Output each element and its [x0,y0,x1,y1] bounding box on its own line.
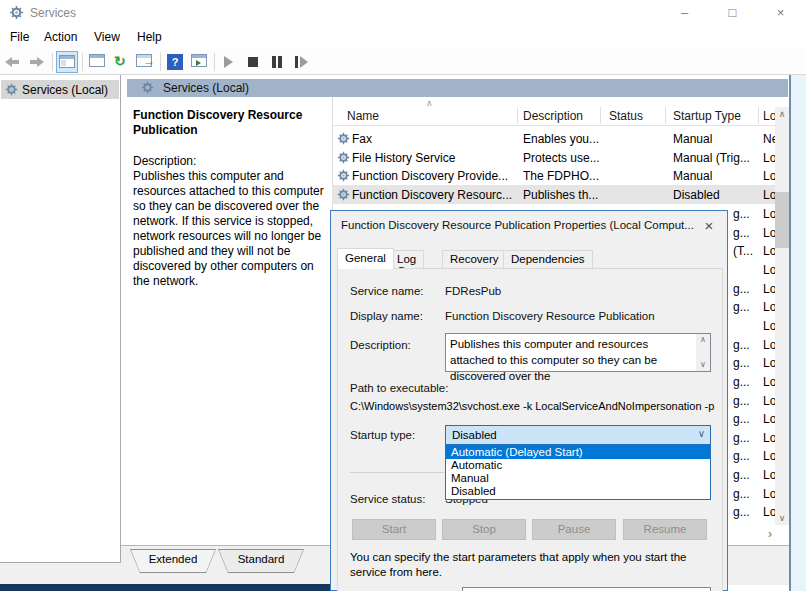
service-gear-icon [337,169,350,182]
menu-help[interactable]: Help [133,28,166,48]
scroll-right-icon[interactable]: › [762,527,778,542]
tree-item-services-local[interactable]: Services (Local) [1,80,119,99]
general-tab-page: Service name: FDResPub Display name: Fun… [337,268,723,591]
properties-icon [89,54,105,67]
dropdown-option[interactable]: Automatic (Delayed Start) [446,446,710,459]
cell-startup-tail: (T... [733,244,753,258]
stop-service-icon [248,57,258,67]
extended-service-title: Function Discovery Resource Publication [133,108,327,138]
column-header-name[interactable]: Name [347,109,379,123]
cell-startup-tail: g... [733,338,750,352]
scrollbar-thumb[interactable] [775,192,789,248]
tab-log-on[interactable]: Log On [389,250,424,269]
tab-dependencies[interactable]: Dependencies [503,250,593,269]
minimize-button[interactable]: – [662,0,707,26]
description-text: Publishes this computer and resources at… [450,336,690,384]
startup-type-combobox[interactable]: Disabled ∨ [445,425,711,445]
pause-service-button[interactable] [266,51,288,73]
display-name-label: Display name: [350,310,423,322]
dropdown-option[interactable]: Manual [446,472,710,485]
cell-log: Loc [763,188,775,202]
tree-item-label: Services (Local) [22,83,108,97]
cell-startup-tail: g... [733,282,750,296]
cell-startup-tail: g... [733,394,750,408]
column-header-description[interactable]: Description [523,109,583,123]
help-button[interactable]: ? [164,51,186,73]
cell-startup: Disabled [673,188,757,202]
description-label: Description: [350,339,411,351]
pane-header-label: Services (Local) [163,81,249,95]
cell-desc: Protects use... [523,151,607,165]
description-textarea[interactable]: Publishes this computer and resources at… [445,333,711,372]
maximize-button[interactable]: □ [710,0,755,26]
cell-name: Function Discovery Provide... [352,169,516,183]
menu-file[interactable]: File [6,28,33,48]
dialog-title: Function Discovery Resource Publication … [341,219,709,231]
cell-desc: Enables you... [523,132,607,146]
forward-button[interactable] [27,51,49,73]
pause-service-icon-bar2 [278,56,282,68]
resume-button[interactable]: Resume [623,519,707,540]
desc-scroll-up-icon[interactable]: ∧ [696,334,710,346]
restart-service-button[interactable] [290,51,312,73]
tab-recovery[interactable]: Recovery [442,250,507,269]
service-gear-icon [337,151,350,164]
stop-button[interactable]: Stop [442,519,526,540]
services-window: Services – □ × File Action View Help [0,0,806,591]
properties-button[interactable] [86,51,108,73]
table-row[interactable]: Function Discovery Provide...The FDPHO..… [332,166,775,185]
cell-startup-tail: g... [733,431,750,445]
column-header-startup-type[interactable]: Startup Type [673,109,741,123]
close-button[interactable]: × [758,0,803,26]
menu-view[interactable]: View [90,28,124,48]
cell-log: Loc [763,151,775,165]
scroll-up-icon[interactable]: ∧ [775,107,789,121]
cell-startup: Manual (Trig... [673,151,757,165]
cell-startup-tail: g... [733,207,750,221]
tab-standard[interactable]: Standard [218,549,304,573]
dialog-close-icon[interactable]: × [699,216,719,236]
extended-description-label: Description: [133,154,327,169]
service-status-label: Service status: [350,493,425,505]
stop-service-button[interactable] [242,51,264,73]
sort-ascending-icon: ∧ [426,98,433,108]
tab-extended[interactable]: Extended [130,549,216,573]
startup-type-dropdown: Automatic (Delayed Start)AutomaticManual… [445,445,711,500]
show-console-tree-button[interactable] [56,51,78,73]
menu-action[interactable]: Action [40,28,81,48]
scroll-down-icon[interactable]: ∨ [775,511,789,525]
export-list-button[interactable]: → [134,51,156,73]
description-scrollbar[interactable]: ∧ ∨ [696,334,710,371]
start-parameters-input[interactable] [462,587,711,591]
start-button[interactable]: Start [352,519,436,540]
table-row[interactable]: Function Discovery Resourc...Publishes t… [332,185,775,204]
pause-button[interactable]: Pause [532,519,616,540]
services-node-icon [5,83,18,96]
column-header-status[interactable]: Status [609,109,643,123]
service-gear-icon [337,132,350,145]
cell-startup-tail: g... [733,468,750,482]
dropdown-option[interactable]: Automatic [446,459,710,472]
cell-startup-tail: g... [733,412,750,426]
start-service-button[interactable] [218,51,240,73]
toolbar: ↻ → ? [0,49,806,75]
start-parameters-hint: You can specify the start parameters tha… [350,550,714,580]
vertical-scrollbar[interactable]: ∧ ∨ [775,107,789,525]
service-gear-icon [337,188,350,201]
cell-startup-tail: g... [733,505,750,519]
refresh-button[interactable]: ↻ [110,51,132,73]
refresh-icon: ↻ [114,53,126,69]
table-row[interactable]: File History ServiceProtects use...Manua… [332,148,775,167]
cell-startup-tail: g... [733,449,750,463]
pane-header-icon [141,81,154,94]
tab-general[interactable]: General [337,248,394,269]
back-button[interactable] [3,51,25,73]
dropdown-option[interactable]: Disabled [446,485,710,498]
table-row[interactable]: FaxEnables you...ManualNet [332,129,775,148]
desc-scroll-down-icon[interactable]: ∨ [696,359,710,371]
export-arrow-icon: → [143,54,155,68]
display-name-value: Function Discovery Resource Publication [445,310,655,322]
cell-log: Loc [763,169,775,183]
extended-description-text: Publishes this computer and resources at… [133,169,327,289]
show-action-pane-button[interactable] [188,51,210,73]
